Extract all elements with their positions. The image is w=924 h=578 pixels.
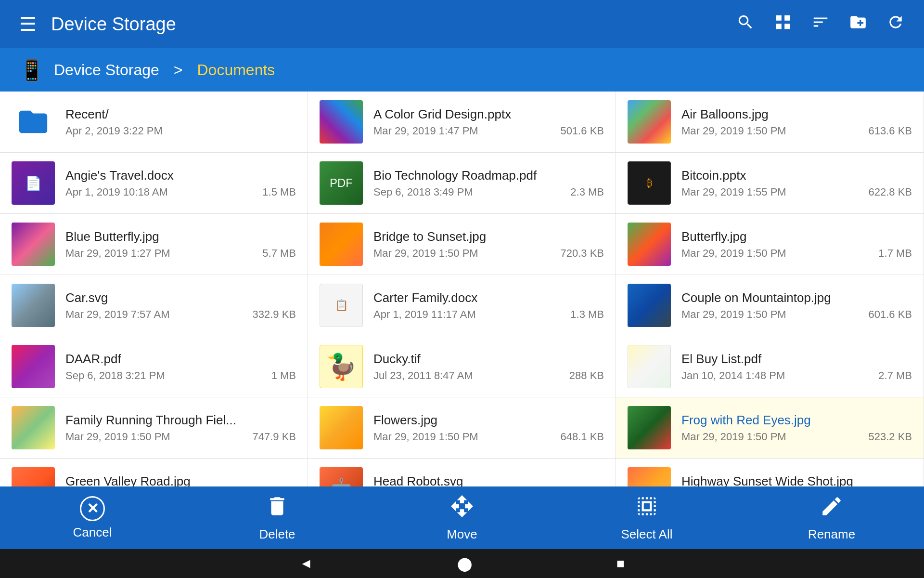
select-all-label: Select All (621, 527, 673, 542)
file-size: 613.6 KB (863, 125, 912, 137)
file-date: Sep 6, 2018 3:49 PM (373, 186, 473, 198)
file-thumbnail (628, 284, 671, 327)
list-item[interactable]: Car.svg Mar 29, 2019 7:57 AM 332.9 KB (0, 275, 308, 336)
file-thumbnail (320, 223, 363, 266)
file-name: DAAR.pdf (65, 352, 296, 367)
sort-icon[interactable] (811, 13, 830, 36)
list-item[interactable]: 📄 Angie's Travel.docx Apr 1, 2019 10:18 … (0, 153, 308, 214)
list-item[interactable]: Green Valley Road.jpg Mar 29, 2019 1:50 … (0, 459, 308, 486)
file-name: Head Robot.svg (373, 474, 604, 487)
file-info: Highway Sunset Wide Shot.jpg Mar 29, 201… (681, 474, 912, 487)
breadcrumb-bar: 📱 Device Storage > Documents (0, 48, 924, 92)
file-date: Apr 2, 2019 3:22 PM (65, 125, 296, 137)
list-item[interactable]: Recent/ Apr 2, 2019 3:22 PM (0, 92, 308, 153)
search-icon[interactable] (736, 13, 755, 36)
breadcrumb-separator: > (174, 61, 183, 79)
list-item[interactable]: Flowers.jpg Mar 29, 2019 1:50 PM 648.1 K… (308, 397, 616, 459)
list-item[interactable]: DAAR.pdf Sep 6, 2018 3:21 PM 1 MB (0, 336, 308, 397)
file-name: Green Valley Road.jpg (65, 474, 296, 487)
file-date: Jul 23, 2011 8:47 AM (373, 369, 473, 382)
file-name: Recent/ (65, 107, 296, 122)
grid-view-icon[interactable] (774, 13, 792, 36)
list-item[interactable]: Bridge to Sunset.jpg Mar 29, 2019 1:50 P… (308, 214, 616, 275)
file-name: Family Running Through Fiel... (65, 413, 296, 428)
file-name: Bio Technology Roadmap.pdf (373, 168, 604, 183)
file-date: Sep 6, 2018 3:21 PM (65, 369, 165, 382)
file-info: Flowers.jpg Mar 29, 2019 1:50 PM 648.1 K… (373, 413, 604, 443)
file-date: Mar 29, 2019 1:50 PM (681, 125, 786, 137)
file-thumbnail: 📋 (320, 284, 363, 327)
file-size: 720.3 KB (555, 247, 604, 260)
list-item[interactable]: 🦆 Ducky.tif Jul 23, 2011 8:47 AM 288 KB (308, 336, 616, 397)
select-all-icon (635, 494, 659, 523)
file-name: Bitcoin.pptx (681, 168, 912, 183)
file-info: Bitcoin.pptx Mar 29, 2019 1:55 PM 622.8 … (681, 168, 912, 198)
refresh-icon[interactable] (886, 13, 905, 36)
list-item[interactable]: Frog with Red Eyes.jpg Mar 29, 2019 1:50… (616, 397, 924, 459)
list-item[interactable]: Highway Sunset Wide Shot.jpg Mar 29, 201… (616, 459, 924, 486)
list-item[interactable]: 🤖 Head Robot.svg Mar 29, 2019 1:50 PM (308, 459, 616, 486)
back-button[interactable]: ◄ (299, 556, 313, 571)
file-size: 1.3 MB (565, 308, 604, 321)
file-name: Air Balloons.jpg (681, 107, 912, 122)
file-thumbnail: 📄 (12, 161, 55, 205)
file-name: Carter Family.docx (373, 290, 604, 305)
file-size: 1.5 MB (257, 186, 296, 198)
file-size: 648.1 KB (555, 431, 604, 443)
rename-button[interactable]: Rename (783, 494, 880, 542)
file-thumbnail (628, 223, 671, 266)
list-item[interactable]: Air Balloons.jpg Mar 29, 2019 1:50 PM 61… (616, 92, 924, 153)
file-date: Mar 29, 2019 1:55 PM (681, 186, 786, 198)
breadcrumb-current[interactable]: Documents (197, 61, 275, 79)
file-date: Apr 1, 2019 10:18 AM (65, 186, 168, 198)
select-all-button[interactable]: Select All (599, 494, 695, 542)
cancel-button[interactable]: ✕ Cancel (44, 496, 141, 540)
file-info: Blue Butterfly.jpg Mar 29, 2019 1:27 PM … (65, 229, 296, 260)
file-info: Head Robot.svg Mar 29, 2019 1:50 PM (373, 474, 604, 487)
delete-label: Delete (259, 527, 295, 542)
delete-button[interactable]: Delete (229, 494, 325, 542)
file-name: El Buy List.pdf (681, 352, 912, 367)
file-date: Mar 29, 2019 1:50 PM (373, 431, 478, 443)
list-item[interactable]: A Color Grid Design.pptx Mar 29, 2019 1:… (308, 92, 616, 153)
file-info: Frog with Red Eyes.jpg Mar 29, 2019 1:50… (681, 413, 912, 443)
list-item[interactable]: 📋 Carter Family.docx Apr 1, 2019 11:17 A… (308, 275, 616, 336)
file-info: Butterfly.jpg Mar 29, 2019 1:50 PM 1.7 M… (681, 229, 912, 260)
file-info: Recent/ Apr 2, 2019 3:22 PM (65, 107, 296, 137)
move-button[interactable]: Move (414, 494, 510, 542)
list-item[interactable]: El Buy List.pdf Jan 10, 2014 1:48 PM 2.7… (616, 336, 924, 397)
list-item[interactable]: Family Running Through Fiel... Mar 29, 2… (0, 397, 308, 459)
file-info: El Buy List.pdf Jan 10, 2014 1:48 PM 2.7… (681, 352, 912, 382)
file-date: Mar 29, 2019 1:47 PM (373, 125, 478, 137)
file-date: Mar 29, 2019 1:50 PM (681, 431, 786, 443)
cancel-label: Cancel (73, 525, 112, 540)
list-item[interactable]: ₿ Bitcoin.pptx Mar 29, 2019 1:55 PM 622.… (616, 153, 924, 214)
file-name: Blue Butterfly.jpg (65, 229, 296, 244)
home-button[interactable]: ⬤ (457, 556, 472, 572)
file-thumbnail (12, 345, 55, 388)
breadcrumb-root[interactable]: Device Storage (54, 61, 159, 79)
menu-icon[interactable]: ☰ (19, 13, 37, 35)
file-info: Couple on Mountaintop.jpg Mar 29, 2019 1… (681, 290, 912, 321)
file-name: Ducky.tif (373, 352, 604, 367)
file-info: Bridge to Sunset.jpg Mar 29, 2019 1:50 P… (373, 229, 604, 260)
list-item[interactable]: Blue Butterfly.jpg Mar 29, 2019 1:27 PM … (0, 214, 308, 275)
list-item[interactable]: PDF Bio Technology Roadmap.pdf Sep 6, 20… (308, 153, 616, 214)
file-size: 1.7 MB (873, 247, 912, 260)
list-item[interactable]: Butterfly.jpg Mar 29, 2019 1:50 PM 1.7 M… (616, 214, 924, 275)
file-date: Jan 10, 2014 1:48 PM (681, 369, 785, 382)
list-item[interactable]: Couple on Mountaintop.jpg Mar 29, 2019 1… (616, 275, 924, 336)
file-size: 2.3 MB (565, 186, 604, 198)
file-thumbnail: 🦆 (320, 345, 363, 388)
app-bar: ☰ Device Storage (0, 0, 924, 48)
file-thumbnail (12, 284, 55, 327)
file-info: Car.svg Mar 29, 2019 7:57 AM 332.9 KB (65, 290, 296, 321)
file-thumbnail (320, 100, 363, 144)
recent-button[interactable]: ■ (616, 556, 625, 571)
add-folder-icon[interactable] (849, 13, 867, 36)
file-thumbnail (12, 467, 55, 486)
file-info: Carter Family.docx Apr 1, 2019 11:17 AM … (373, 290, 604, 321)
file-date: Mar 29, 2019 1:50 PM (681, 247, 786, 260)
file-date: Mar 29, 2019 1:50 PM (681, 308, 786, 321)
delete-icon (265, 494, 289, 523)
